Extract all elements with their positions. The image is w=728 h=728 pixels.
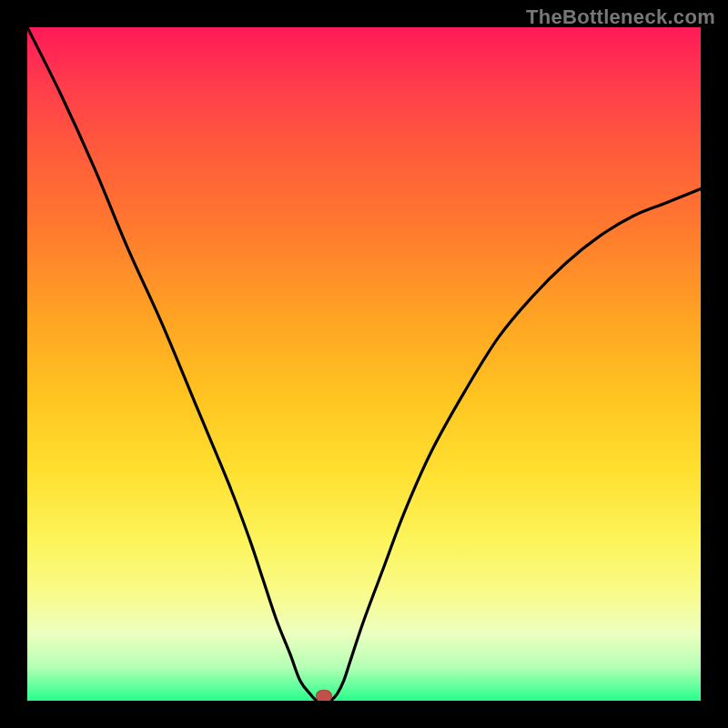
plot-area <box>27 27 701 701</box>
bottleneck-curve <box>27 27 701 701</box>
curve-svg <box>27 27 701 701</box>
optimum-marker <box>316 690 332 701</box>
chart-frame: TheBottleneck.com <box>0 0 728 728</box>
watermark-text: TheBottleneck.com <box>526 5 715 29</box>
